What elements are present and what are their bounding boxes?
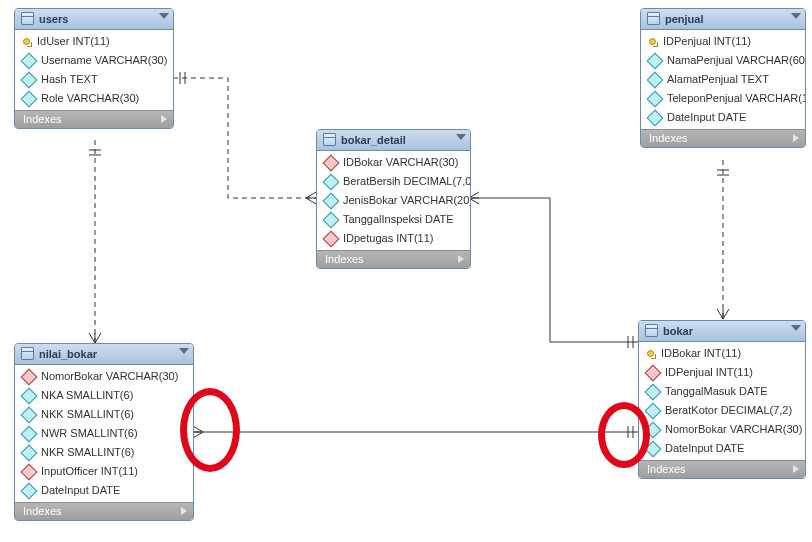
collapse-icon[interactable] [456, 134, 466, 140]
indexes-section[interactable]: Indexes [641, 129, 805, 147]
table-header[interactable]: nilai_bokar [15, 344, 193, 365]
column-label: Role VARCHAR(30) [41, 92, 139, 105]
column-label: BeratKotor DECIMAL(7,2) [665, 404, 792, 417]
collapse-icon[interactable] [159, 13, 169, 19]
table-bokar-detail[interactable]: bokar_detail IDBokar VARCHAR(30) BeratBe… [316, 129, 471, 269]
column[interactable]: InputOfficer INT(11) [15, 462, 193, 481]
indexes-label: Indexes [647, 463, 686, 475]
table-header[interactable]: bokar_detail [317, 130, 470, 151]
col-icon [645, 384, 662, 401]
expand-icon [793, 465, 799, 473]
column[interactable]: BeratBersih DECIMAL(7,0) [317, 172, 470, 191]
column[interactable]: DateInput DATE [639, 439, 805, 458]
table-title: penjual [665, 13, 704, 25]
column[interactable]: TeleponPenjual VARCHAR(15) [641, 89, 805, 108]
col-icon [647, 110, 664, 127]
column-list: IDBokar VARCHAR(30) BeratBersih DECIMAL(… [317, 151, 470, 250]
column-list: IdUser INT(11) Username VARCHAR(30) Hash… [15, 30, 173, 110]
column[interactable]: Username VARCHAR(30) [15, 51, 173, 70]
indexes-section[interactable]: Indexes [639, 460, 805, 478]
column[interactable]: JenisBokar VARCHAR(20) [317, 191, 470, 210]
column[interactable]: IDBokar INT(11) [639, 344, 805, 363]
pk-icon [22, 37, 32, 47]
column-label: DateInput DATE [665, 442, 744, 455]
column[interactable]: AlamatPenjual TEXT [641, 70, 805, 89]
table-header[interactable]: users [15, 9, 173, 30]
column[interactable]: DateInput DATE [641, 108, 805, 127]
table-header[interactable]: bokar [639, 321, 805, 342]
column[interactable]: NKR SMALLINT(6) [15, 443, 193, 462]
column[interactable]: NamaPenjual VARCHAR(60) [641, 51, 805, 70]
col-icon [647, 53, 664, 70]
table-penjual[interactable]: penjual IDPenjual INT(11) NamaPenjual VA… [640, 8, 806, 148]
column[interactable]: IDBokar VARCHAR(30) [317, 153, 470, 172]
indexes-label: Indexes [325, 253, 364, 265]
column[interactable]: TanggalMasuk DATE [639, 382, 805, 401]
column[interactable]: IDpetugas INT(11) [317, 229, 470, 248]
table-title: bokar [663, 325, 693, 337]
column[interactable]: NomorBokar VARCHAR(30) [15, 367, 193, 386]
column-label: DateInput DATE [41, 484, 120, 497]
column-label: TanggalMasuk DATE [665, 385, 768, 398]
indexes-section[interactable]: Indexes [15, 110, 173, 128]
col-icon [21, 388, 38, 405]
column[interactable]: DateInput DATE [15, 481, 193, 500]
column-label: IdUser INT(11) [37, 35, 110, 48]
column[interactable]: IDPenjual INT(11) [639, 363, 805, 382]
table-icon [21, 12, 34, 25]
column-label: IDpetugas INT(11) [343, 232, 433, 245]
column[interactable]: BeratKotor DECIMAL(7,2) [639, 401, 805, 420]
column-label: JenisBokar VARCHAR(20) [343, 194, 471, 207]
column[interactable]: NWR SMALLINT(6) [15, 424, 193, 443]
indexes-section[interactable]: Indexes [15, 502, 193, 520]
highlight-circle-right [598, 402, 650, 468]
collapse-icon[interactable] [791, 13, 801, 19]
indexes-label: Indexes [23, 113, 62, 125]
expand-icon [793, 134, 799, 142]
fk-icon [323, 231, 340, 248]
table-icon [21, 347, 34, 360]
col-icon [323, 174, 340, 191]
collapse-icon[interactable] [791, 325, 801, 331]
table-header[interactable]: penjual [641, 9, 805, 30]
erd-canvas: users IdUser INT(11) Username VARCHAR(30… [0, 0, 812, 542]
column[interactable]: NKK SMALLINT(6) [15, 405, 193, 424]
expand-icon [161, 115, 167, 123]
column[interactable]: IdUser INT(11) [15, 32, 173, 51]
column-label: IDBokar VARCHAR(30) [343, 156, 458, 169]
table-title: nilai_bokar [39, 348, 97, 360]
table-nilai-bokar[interactable]: nilai_bokar NomorBokar VARCHAR(30) NKA S… [14, 343, 194, 521]
column[interactable]: IDPenjual INT(11) [641, 32, 805, 51]
column-label: NWR SMALLINT(6) [41, 427, 138, 440]
col-icon [21, 483, 38, 500]
column-label: DateInput DATE [667, 111, 746, 124]
column-list: NomorBokar VARCHAR(30) NKA SMALLINT(6) N… [15, 365, 193, 502]
table-bokar[interactable]: bokar IDBokar INT(11) IDPenjual INT(11) … [638, 320, 806, 479]
fk-icon [323, 155, 340, 172]
pk-icon [646, 349, 656, 359]
column-label: Hash TEXT [41, 73, 98, 86]
col-icon [21, 91, 38, 108]
table-icon [323, 133, 336, 146]
collapse-icon[interactable] [179, 348, 189, 354]
pk-icon [648, 37, 658, 47]
indexes-section[interactable]: Indexes [317, 250, 470, 268]
column[interactable]: NKA SMALLINT(6) [15, 386, 193, 405]
table-icon [645, 324, 658, 337]
column-label: NomorBokar VARCHAR(30) [41, 370, 178, 383]
column[interactable]: Role VARCHAR(30) [15, 89, 173, 108]
fk-icon [21, 464, 38, 481]
table-icon [647, 12, 660, 25]
column[interactable]: TanggalInspeksi DATE [317, 210, 470, 229]
column[interactable]: NomorBokar VARCHAR(30) [639, 420, 805, 439]
table-users[interactable]: users IdUser INT(11) Username VARCHAR(30… [14, 8, 174, 129]
indexes-label: Indexes [23, 505, 62, 517]
column-label: IDPenjual INT(11) [665, 366, 753, 379]
indexes-label: Indexes [649, 132, 688, 144]
fk-icon [645, 365, 662, 382]
column-label: BeratBersih DECIMAL(7,0) [343, 175, 471, 188]
col-icon [21, 407, 38, 424]
col-icon [647, 72, 664, 89]
column[interactable]: Hash TEXT [15, 70, 173, 89]
fk-icon [21, 369, 38, 386]
